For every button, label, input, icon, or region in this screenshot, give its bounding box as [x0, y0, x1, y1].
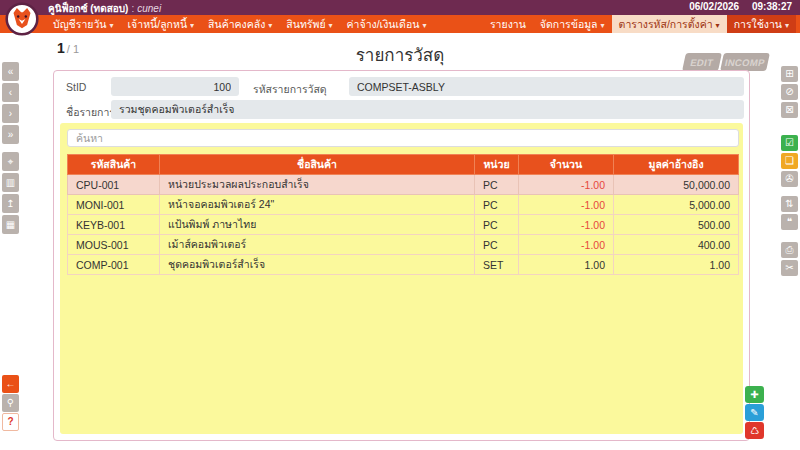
detail-area: รหัสสินค้า ชื่อสินค้า หน่วย จำนวน มูลค่า… [60, 123, 743, 434]
chevron-down-icon: ▾ [268, 21, 272, 30]
datetime: 06/02/2026 09:38:27 [679, 1, 792, 12]
chart-button[interactable]: ▥ [2, 173, 19, 192]
material-name-field[interactable] [111, 100, 744, 119]
edit-disabled-icon: ⊘ [785, 87, 793, 97]
stid-label: StID [66, 81, 86, 93]
app-name: คูนิฟ็อกซ์ (ทดสอบ) [48, 3, 128, 14]
app-title: คูนิฟ็อกซ์ (ทดสอบ):cunei [48, 1, 161, 16]
chevron-down-icon: ▾ [601, 21, 605, 30]
next-record-icon: › [9, 109, 12, 119]
chevron-down-icon: ▾ [422, 21, 426, 30]
menu-reports[interactable]: รายงาน [483, 15, 533, 33]
chevron-down-icon: ▾ [110, 21, 114, 30]
menu-left: บัญชีรายวัน▾ เจ้าหนี้/ลูกหนี้▾ สินค้าคงค… [46, 15, 433, 33]
current-time: 09:38:27 [752, 1, 792, 12]
nav-first-button[interactable]: « [2, 62, 19, 81]
file-plus-icon: ⊞ [785, 69, 793, 79]
chevron-down-icon: ▾ [190, 21, 194, 30]
add-row-button[interactable]: ✚ [745, 386, 764, 403]
menu-assets[interactable]: สินทรัพย์▾ [279, 15, 339, 33]
menu-code-tables-settings[interactable]: ตารางรหัส/การตั้งค่า▾ [612, 15, 727, 33]
upload-icon: ↥ [6, 199, 14, 209]
back-button[interactable]: ← [2, 375, 19, 393]
edit-row-button[interactable]: ✎ [745, 404, 764, 421]
first-record-icon: « [8, 67, 14, 77]
grid-view-button[interactable]: ▦ [2, 215, 19, 234]
delete-row-button[interactable]: ♺ [745, 422, 764, 439]
cut-button[interactable]: ✂ [781, 260, 798, 276]
bar-chart-icon: ▥ [6, 178, 15, 188]
edit-button[interactable]: EDIT [682, 53, 722, 71]
fox-logo [5, 2, 39, 36]
document-icon: ❏ [785, 156, 794, 166]
trash-icon: ♺ [750, 425, 759, 436]
help-icon: ? [7, 417, 13, 427]
document-button[interactable]: ❏ [781, 153, 798, 169]
titlebar: คูนิฟ็อกซ์ (ทดสอบ):cunei 06/02/2026 09:3… [0, 0, 800, 15]
current-date: 06/02/2026 [689, 1, 739, 12]
sort-arrows-icon: ⇅ [785, 199, 793, 209]
col-quantity[interactable]: จำนวน [519, 155, 614, 175]
compare-button[interactable]: ⇅ [781, 196, 798, 212]
pin-button[interactable]: ⚲ [2, 394, 19, 412]
pin-icon: ⚲ [7, 398, 14, 408]
nav-next-button[interactable]: › [2, 104, 19, 123]
col-product-code[interactable]: รหัสสินค้า [68, 155, 160, 175]
menu-payable-receivable[interactable]: เจ้าหนี้/ลูกหนี้▾ [121, 15, 202, 33]
material-code-label: รหัสรายการวัสดุ [253, 81, 327, 98]
edit-record-button[interactable]: ⊘ [781, 84, 798, 100]
print-button[interactable]: ⎙ [781, 242, 798, 258]
nav-prev-button[interactable]: ‹ [2, 83, 19, 102]
col-reference-value[interactable]: มูลค่าอ้างอิง [614, 155, 739, 175]
record-panel: StID รหัสรายการวัสดุ ชื่อรายการวัสดุ รหั… [53, 70, 750, 441]
nav-last-button[interactable]: » [2, 125, 19, 144]
table-row[interactable]: COMP-001ชุดคอมพิวเตอร์สำเร็จSET1.001.00 [68, 255, 739, 275]
items-table: รหัสสินค้า ชื่อสินค้า หน่วย จำนวน มูลค่า… [67, 154, 739, 275]
approve-button[interactable]: ☑ [781, 135, 798, 151]
delete-record-button[interactable]: ⊠ [781, 102, 798, 118]
items-table-header: รหัสสินค้า ชื่อสินค้า หน่วย จำนวน มูลค่า… [68, 155, 739, 175]
grid-icon: ▦ [6, 220, 15, 230]
col-product-name[interactable]: ชื่อสินค้า [160, 155, 475, 175]
printer-icon: ⎙ [786, 245, 794, 255]
menu-data-management[interactable]: จัดการข้อมูล▾ [533, 15, 612, 33]
menu-payroll[interactable]: ค่าจ้าง/เงินเดือน▾ [340, 15, 434, 33]
chevron-down-icon: ▾ [785, 21, 789, 30]
stid-field[interactable] [111, 77, 239, 96]
comment-button[interactable]: ❝ [781, 214, 798, 230]
paperclip-icon: ✇ [785, 174, 793, 184]
table-row[interactable]: KEYB-001แป้นพิมพ์ ภาษาไทยPC-1.00500.00 [68, 215, 739, 235]
find-button[interactable]: ⌖ [2, 152, 19, 171]
logged-in-user: cunei [137, 3, 161, 14]
checkbox-icon: ☑ [785, 138, 794, 148]
chevron-down-icon: ▾ [329, 21, 333, 30]
plus-icon: ✚ [750, 389, 758, 400]
app-window: คูนิฟ็อกซ์ (ทดสอบ):cunei 06/02/2026 09:3… [0, 0, 800, 450]
pencil-icon: ✎ [750, 407, 758, 418]
attach-button[interactable]: ✇ [781, 171, 798, 187]
col-unit[interactable]: หน่วย [475, 155, 519, 175]
comment-icon: ❝ [787, 217, 792, 227]
chevron-down-icon: ▾ [716, 21, 720, 30]
previous-record-icon: ‹ [9, 88, 12, 98]
menu-inventory[interactable]: สินค้าคงคลัง▾ [201, 15, 279, 33]
back-arrow-icon: ← [6, 379, 16, 389]
table-row[interactable]: MOUS-001เม้าส์คอมพิวเตอร์PC-1.00400.00 [68, 235, 739, 255]
menu-right: รายงาน จัดการข้อมูล▾ ตารางรหัส/การตั้งค่… [483, 15, 796, 33]
last-record-icon: » [8, 130, 14, 140]
table-row[interactable]: CPU-001หน่วยประมวลผลประกอบสำเร็จPC-1.005… [68, 175, 739, 195]
search-icon: ⌖ [8, 157, 14, 167]
app-title-separator: : [128, 3, 137, 14]
page-title: รายการวัสดุ [0, 41, 800, 68]
menu-daily-journal[interactable]: บัญชีรายวัน▾ [46, 15, 121, 33]
menu-usage[interactable]: การใช้งาน▾ [727, 15, 796, 33]
table-row[interactable]: MONI-001หน้าจอคอมพิวเตอร์ 24"PC-1.005,00… [68, 195, 739, 215]
menubar: บัญชีรายวัน▾ เจ้าหนี้/ลูกหนี้▾ สินค้าคงค… [0, 15, 800, 33]
upload-button[interactable]: ↥ [2, 194, 19, 213]
material-code-field[interactable] [349, 77, 744, 96]
search-input[interactable] [67, 129, 739, 147]
new-record-button[interactable]: ⊞ [781, 66, 798, 82]
help-button[interactable]: ? [2, 413, 19, 431]
incomp-button[interactable]: INCOMP [720, 53, 770, 71]
file-x-icon: ⊠ [785, 105, 793, 115]
